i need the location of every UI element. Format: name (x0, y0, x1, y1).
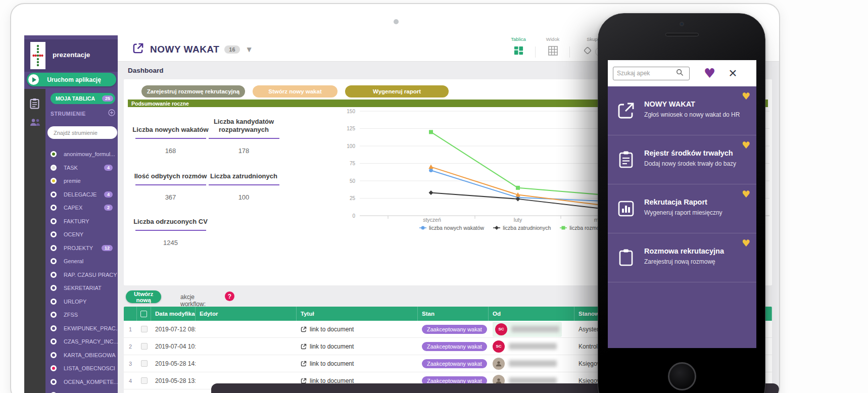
dashboard-section-label: Dashboard (128, 67, 164, 74)
my-board-button[interactable]: MOJA TABLICA 25 (51, 93, 115, 104)
phone-screen: ♥ × NOWY WAKAT Zgłoś wniosek o nowy waka… (608, 60, 756, 348)
legend-item[interactable]: liczba nowych wakatów (419, 225, 484, 231)
sidebar-header: prezentacje (24, 39, 118, 72)
avatar: SC (493, 340, 505, 353)
view-control-widok[interactable]: Widok (541, 36, 564, 56)
stream-item[interactable]: TASK4 (51, 161, 118, 175)
svg-text:150: 150 (347, 109, 355, 114)
row-checkbox[interactable] (141, 343, 148, 350)
document-link[interactable]: link to document (301, 326, 354, 333)
stream-item[interactable]: OCENY (51, 228, 118, 241)
stat-value: 1245 (131, 239, 210, 247)
stream-item[interactable]: PROJEKTY12 (51, 241, 118, 255)
column-header-from[interactable]: Od (489, 307, 574, 321)
stream-list: anonimowy_formul... TASK4 premie DELEGAC… (51, 148, 118, 393)
people-icon[interactable] (30, 118, 40, 128)
document-link[interactable]: link to document (301, 360, 354, 367)
stat-card: Liczba nowych wakatów 168 (131, 115, 210, 155)
favorite-heart-icon[interactable]: ♥ (742, 237, 750, 249)
stat-card: Liczba zatrudnionych 100 (205, 161, 283, 201)
modified-date: 2019-05-28 13:49 (155, 377, 196, 384)
stream-item[interactable]: anonimowy_formul... (51, 148, 118, 161)
stream-item[interactable]: CZAS_PRACY_INC... (51, 335, 118, 349)
row-checkbox[interactable] (141, 377, 148, 384)
app-logo[interactable] (30, 42, 45, 69)
chevron-down-icon[interactable]: ▼ (247, 46, 252, 53)
phone-camera-dot (680, 22, 684, 26)
svg-text:0: 0 (352, 213, 355, 219)
phone-app-item[interactable]: Rozmowa rekrutacyjna Zarejestruj nową ro… (608, 233, 756, 282)
register-interview-button[interactable]: Zarejestruj rozmowę rekrutacyjną (141, 85, 245, 97)
stream-item[interactable]: URLOPY (51, 295, 118, 309)
legend-item[interactable]: liczba zatrudnionych (493, 225, 551, 231)
focus-diamond-icon (583, 45, 593, 58)
row-checkbox[interactable] (141, 326, 148, 332)
app-subtitle: Zarejestruj nową rozmowę (644, 258, 741, 266)
stream-item[interactable]: General (51, 255, 118, 268)
stream-item[interactable]: OCENA_KOMPETE... (51, 375, 118, 389)
view-control-tablica[interactable]: Tablica (507, 36, 530, 56)
stream-item[interactable]: KARTA_OBIEGOWA (51, 349, 118, 362)
stream-item[interactable]: DELEGACJE4 (51, 188, 118, 202)
clipboard-icon[interactable] (30, 98, 39, 111)
app-subtitle: Zgłoś wniosek o nowy wakat do HR (644, 111, 741, 119)
stream-item[interactable]: ZFSS (51, 308, 118, 322)
stream-dot-icon (51, 299, 57, 305)
close-icon[interactable]: × (729, 66, 737, 80)
stream-dot-icon (51, 165, 57, 171)
column-header-date[interactable]: Data modyfikacji▾ (151, 307, 196, 321)
phone-app-item[interactable]: NOWY WAKAT Zgłoś wniosek o nowy wakat do… (608, 86, 756, 135)
stream-dot-icon (51, 272, 57, 278)
editor-cell (196, 355, 297, 372)
document-link[interactable]: link to document (301, 343, 354, 350)
stream-item[interactable]: RYCZALT_SAMOCH... (51, 388, 118, 393)
stream-search-input[interactable] (47, 126, 117, 139)
favorite-heart-icon[interactable]: ♥ (742, 188, 750, 200)
stream-dot-icon (51, 325, 57, 331)
app-subtitle: Dodaj nowy środek trwały do bazy (644, 160, 741, 168)
stat-value: 367 (131, 193, 210, 201)
row-number: 4 (129, 378, 132, 384)
stream-item[interactable]: premie (51, 174, 118, 188)
modified-date: 2019-07-12 08:20 (155, 326, 196, 333)
phone-search-input[interactable] (613, 70, 676, 77)
stream-item[interactable]: FAKTURY (51, 215, 118, 228)
run-app-button[interactable]: Uruchom aplikację (27, 73, 116, 86)
select-all-checkbox[interactable] (140, 311, 147, 317)
favorite-heart-icon[interactable]: ♥ (742, 90, 750, 102)
column-header-editor[interactable]: Edytor (196, 307, 297, 321)
stream-item[interactable]: EKWIPUNEK_PRAC... (51, 322, 118, 335)
stream-dot-icon (51, 205, 57, 211)
help-icon[interactable]: ? (225, 291, 234, 301)
phone-app-item[interactable]: Rekrutacja Raport Wygeneruj raport miesi… (608, 184, 756, 233)
stream-item[interactable]: RAP. CZASU PRACY (51, 268, 118, 282)
phone-app-list: NOWY WAKAT Zgłoś wniosek o nowy wakat do… (608, 86, 756, 282)
stream-item[interactable]: SEKRETARIAT (51, 281, 118, 295)
stream-item[interactable]: LISTA_OBECNOSCI (51, 362, 118, 375)
row-number: 2 (129, 343, 132, 350)
create-new-button[interactable]: Utwórz nową (126, 290, 161, 303)
app-title: Rozmowa rekrutacyjna (644, 247, 724, 255)
column-header-state[interactable]: Stan (418, 307, 489, 321)
favorite-heart-icon[interactable]: ♥ (742, 139, 750, 151)
phone-app-item[interactable]: Rejestr środków trwałych Dodaj nowy środ… (608, 135, 756, 184)
dots-cross-logo (32, 44, 43, 67)
row-checkbox[interactable] (141, 360, 148, 367)
phone-search-field[interactable] (613, 67, 690, 80)
stream-item[interactable]: CAPEX2 (51, 201, 118, 215)
dashboard-icon (507, 45, 530, 56)
app-title: NOWY WAKAT (644, 100, 695, 108)
add-stream-icon[interactable] (108, 109, 115, 118)
stream-dot-icon (51, 151, 57, 157)
stream-dot-icon (51, 231, 57, 237)
stream-dot-icon (51, 365, 57, 371)
create-vacancy-button[interactable]: Stwórz nowy wakat (253, 85, 337, 97)
stat-label: Liczba zatrudnionych (205, 161, 283, 180)
generate-report-button[interactable]: Wygeneruj raport (345, 85, 449, 97)
favorites-heart-icon[interactable]: ♥ (704, 67, 715, 80)
column-header-title[interactable]: Tytuł (297, 307, 418, 321)
phone-home-button[interactable] (668, 362, 696, 390)
streams-header: STRUMIENIE (51, 109, 115, 118)
app-title: Rekrutacja Raport (644, 198, 707, 206)
phone-mockup: ♥ × NOWY WAKAT Zgłoś wniosek o nowy waka… (598, 13, 765, 393)
